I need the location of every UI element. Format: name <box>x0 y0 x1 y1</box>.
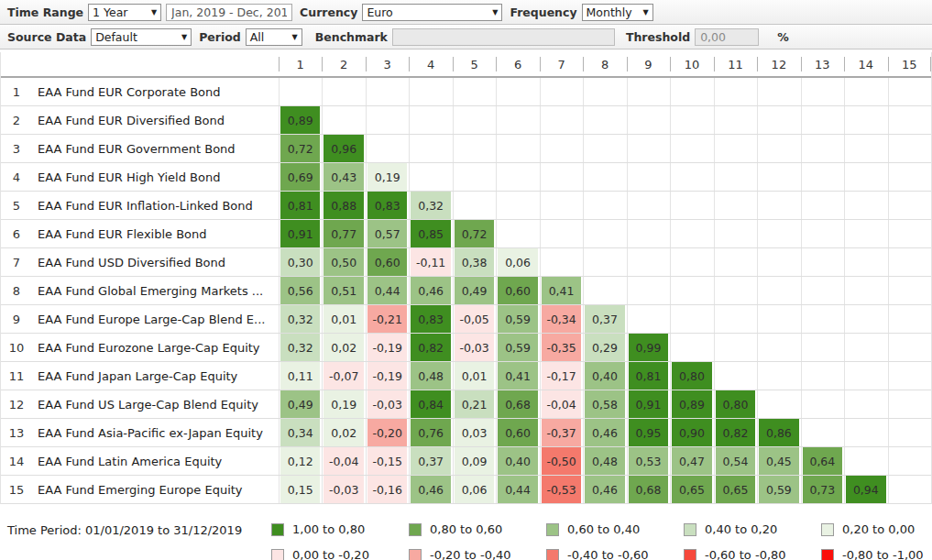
matrix-cell[interactable]: 0,46 <box>583 419 626 446</box>
matrix-cell[interactable]: 0,43 <box>322 163 365 191</box>
matrix-cell[interactable]: 0,91 <box>627 390 670 418</box>
matrix-cell[interactable]: 0,37 <box>409 447 452 475</box>
matrix-cell[interactable]: 0,64 <box>801 447 844 475</box>
matrix-cell[interactable]: 0,02 <box>322 419 365 446</box>
matrix-cell[interactable]: 0,86 <box>757 419 800 446</box>
matrix-cell[interactable]: 0,54 <box>714 447 757 475</box>
matrix-cell[interactable]: -0,19 <box>366 334 409 361</box>
matrix-cell[interactable]: 0,02 <box>322 334 365 361</box>
matrix-cell[interactable]: 0,41 <box>496 362 539 390</box>
matrix-cell[interactable]: 0,60 <box>496 277 539 304</box>
matrix-cell[interactable]: 0,89 <box>279 106 322 134</box>
matrix-cell[interactable]: 0,32 <box>279 334 322 361</box>
matrix-cell[interactable]: 0,41 <box>540 277 583 304</box>
matrix-cell[interactable]: 0,09 <box>453 447 496 475</box>
matrix-cell[interactable]: 0,88 <box>322 192 365 219</box>
matrix-cell[interactable]: 0,81 <box>279 192 322 219</box>
matrix-cell[interactable]: -0,05 <box>453 305 496 333</box>
benchmark-input[interactable] <box>392 28 615 46</box>
matrix-cell[interactable]: 0,50 <box>322 248 365 276</box>
matrix-cell[interactable]: 0,68 <box>496 390 539 418</box>
matrix-cell[interactable]: 0,80 <box>714 390 757 418</box>
matrix-cell[interactable]: -0,17 <box>540 362 583 390</box>
matrix-cell[interactable]: 0,49 <box>279 390 322 418</box>
matrix-cell[interactable]: 0,53 <box>627 447 670 475</box>
matrix-cell[interactable]: 0,29 <box>583 334 626 361</box>
matrix-cell[interactable]: -0,07 <box>322 362 365 390</box>
matrix-cell[interactable]: 0,21 <box>453 390 496 418</box>
matrix-cell[interactable]: 0,48 <box>409 362 452 390</box>
matrix-cell[interactable]: 0,72 <box>453 220 496 247</box>
matrix-cell[interactable]: 0,60 <box>366 248 409 276</box>
matrix-cell[interactable]: 0,60 <box>496 419 539 446</box>
matrix-cell[interactable]: 0,34 <box>279 419 322 446</box>
matrix-cell[interactable]: -0,04 <box>322 447 365 475</box>
matrix-cell[interactable]: 0,65 <box>714 476 757 503</box>
source-data-select[interactable]: Default ▼ <box>91 28 192 46</box>
matrix-cell[interactable]: 0,73 <box>801 476 844 503</box>
matrix-cell[interactable]: 0,90 <box>670 419 713 446</box>
matrix-cell[interactable]: 0,72 <box>279 135 322 162</box>
matrix-cell[interactable]: 0,58 <box>583 390 626 418</box>
matrix-cell[interactable]: 0,59 <box>496 334 539 361</box>
matrix-cell[interactable]: -0,16 <box>366 476 409 503</box>
matrix-cell[interactable]: 0,11 <box>279 362 322 390</box>
matrix-cell[interactable]: 0,48 <box>583 447 626 475</box>
matrix-cell[interactable]: -0,11 <box>409 248 452 276</box>
matrix-cell[interactable]: -0,21 <box>366 305 409 333</box>
matrix-cell[interactable]: 0,89 <box>670 390 713 418</box>
matrix-cell[interactable]: 0,65 <box>670 476 713 503</box>
matrix-cell[interactable]: -0,19 <box>366 362 409 390</box>
matrix-cell[interactable]: 0,46 <box>409 476 452 503</box>
matrix-cell[interactable]: 0,83 <box>366 192 409 219</box>
matrix-cell[interactable]: 0,01 <box>453 362 496 390</box>
matrix-cell[interactable]: 0,85 <box>409 220 452 247</box>
matrix-cell[interactable]: 0,69 <box>279 163 322 191</box>
matrix-cell[interactable]: 0,80 <box>670 362 713 390</box>
matrix-cell[interactable]: 0,12 <box>279 447 322 475</box>
matrix-cell[interactable]: -0,35 <box>540 334 583 361</box>
matrix-cell[interactable]: 0,91 <box>279 220 322 247</box>
matrix-cell[interactable]: -0,34 <box>540 305 583 333</box>
period-select[interactable]: All ▼ <box>246 28 302 46</box>
matrix-cell[interactable]: 0,06 <box>453 476 496 503</box>
matrix-cell[interactable]: 0,46 <box>583 476 626 503</box>
matrix-cell[interactable]: 0,49 <box>453 277 496 304</box>
matrix-cell[interactable]: 0,03 <box>453 419 496 446</box>
matrix-cell[interactable]: 0,56 <box>279 277 322 304</box>
matrix-cell[interactable]: 0,82 <box>409 334 452 361</box>
matrix-cell[interactable]: -0,04 <box>540 390 583 418</box>
matrix-cell[interactable]: 0,37 <box>583 305 626 333</box>
frequency-select[interactable]: Monthly ▼ <box>582 4 653 21</box>
matrix-cell[interactable]: 0,76 <box>409 419 452 446</box>
matrix-cell[interactable]: 0,44 <box>366 277 409 304</box>
matrix-cell[interactable]: -0,20 <box>366 419 409 446</box>
matrix-cell[interactable]: -0,53 <box>540 476 583 503</box>
matrix-cell[interactable]: -0,15 <box>366 447 409 475</box>
matrix-cell[interactable]: 0,81 <box>627 362 670 390</box>
matrix-cell[interactable]: 0,77 <box>322 220 365 247</box>
matrix-cell[interactable]: -0,37 <box>540 419 583 446</box>
matrix-cell[interactable]: -0,03 <box>453 334 496 361</box>
matrix-cell[interactable]: 0,59 <box>757 476 800 503</box>
matrix-cell[interactable]: 0,45 <box>757 447 800 475</box>
matrix-cell[interactable]: -0,03 <box>366 390 409 418</box>
matrix-cell[interactable]: 0,06 <box>496 248 539 276</box>
matrix-cell[interactable]: -0,03 <box>322 476 365 503</box>
matrix-cell[interactable]: 0,40 <box>496 447 539 475</box>
matrix-cell[interactable]: 0,84 <box>409 390 452 418</box>
matrix-cell[interactable]: 0,57 <box>366 220 409 247</box>
matrix-cell[interactable]: 0,99 <box>627 334 670 361</box>
matrix-cell[interactable]: 0,46 <box>409 277 452 304</box>
matrix-cell[interactable]: 0,19 <box>366 163 409 191</box>
matrix-cell[interactable]: 0,82 <box>714 419 757 446</box>
matrix-cell[interactable]: 0,30 <box>279 248 322 276</box>
matrix-cell[interactable]: 0,32 <box>409 192 452 219</box>
time-range-select[interactable]: 1 Year ▼ <box>88 4 161 21</box>
matrix-cell[interactable]: 0,01 <box>322 305 365 333</box>
matrix-cell[interactable]: 0,32 <box>279 305 322 333</box>
matrix-cell[interactable]: -0,50 <box>540 447 583 475</box>
date-range-input[interactable] <box>166 4 292 21</box>
matrix-cell[interactable]: 0,51 <box>322 277 365 304</box>
matrix-cell[interactable]: 0,38 <box>453 248 496 276</box>
